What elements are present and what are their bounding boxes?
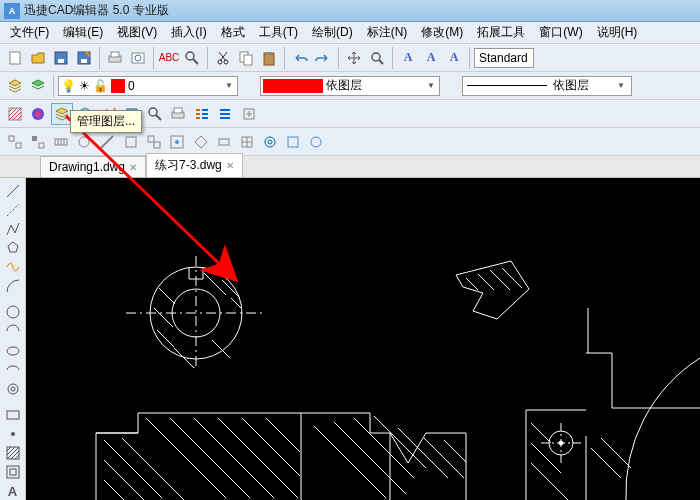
tool-icon-8[interactable] (166, 131, 188, 153)
hatch-draw-icon[interactable] (3, 445, 23, 462)
tool-icon-9[interactable] (190, 131, 212, 153)
print-icon[interactable] (167, 103, 189, 125)
copy-icon[interactable] (235, 47, 257, 69)
lineweight-combo[interactable]: 依图层 ▼ (462, 76, 632, 96)
lock-icon: 🔓 (93, 79, 108, 93)
line-icon[interactable] (3, 182, 23, 199)
tool-icon-1[interactable] (4, 131, 26, 153)
tool-icon-4[interactable] (73, 131, 95, 153)
tool-icon-14[interactable] (305, 131, 327, 153)
redo-icon[interactable] (312, 47, 334, 69)
tool-icon-13[interactable] (282, 131, 304, 153)
tool-icon-11[interactable] (236, 131, 258, 153)
paste-icon[interactable] (258, 47, 280, 69)
svg-point-40 (268, 140, 272, 144)
svg-rect-14 (244, 55, 252, 65)
open-icon[interactable] (27, 47, 49, 69)
tab-drawing1[interactable]: Drawing1.dwg ✕ (40, 156, 146, 177)
tool-icon-10[interactable] (213, 131, 235, 153)
saveas-icon[interactable] (73, 47, 95, 69)
save-icon[interactable] (50, 47, 72, 69)
layer-states-icon[interactable] (27, 75, 49, 97)
menu-dimension[interactable]: 标注(N) (361, 22, 414, 43)
svg-point-17 (372, 53, 380, 61)
close-icon[interactable]: ✕ (129, 162, 137, 173)
svg-rect-38 (219, 139, 229, 145)
block-insert-icon[interactable] (238, 103, 260, 125)
menu-tools[interactable]: 工具(T) (253, 22, 304, 43)
text-icon[interactable]: A (3, 483, 23, 500)
tab-exercise[interactable]: 练习7-3.dwg ✕ (146, 153, 243, 177)
region-icon[interactable] (3, 464, 23, 481)
rectangle-icon[interactable] (3, 406, 23, 423)
point-icon[interactable] (3, 426, 23, 443)
ray-icon[interactable] (3, 201, 23, 218)
svg-rect-4 (81, 59, 87, 63)
svg-rect-33 (126, 137, 136, 147)
standard-toolbar: ABC A A A Standard (0, 44, 700, 72)
ellipse-arc-icon[interactable] (3, 361, 23, 378)
menu-insert[interactable]: 插入(I) (165, 22, 212, 43)
preview-icon[interactable] (127, 47, 149, 69)
tool-icon-3[interactable] (50, 131, 72, 153)
svg-point-48 (11, 387, 15, 391)
spline-icon[interactable] (3, 258, 23, 275)
layer-props-icon[interactable] (4, 75, 26, 97)
drawing-canvas[interactable] (26, 178, 700, 500)
lineweight-preview (467, 85, 547, 86)
new-icon[interactable] (4, 47, 26, 69)
text-a3-icon[interactable]: A (443, 47, 465, 69)
menu-view[interactable]: 视图(V) (111, 22, 163, 43)
tool-icon-5[interactable] (96, 131, 118, 153)
tool-icon-12[interactable] (259, 131, 281, 153)
linetype-combo[interactable]: 依图层 ▼ (260, 76, 440, 96)
menu-edit[interactable]: 编辑(E) (57, 22, 109, 43)
svg-point-50 (11, 432, 15, 436)
menu-window[interactable]: 窗口(W) (533, 22, 588, 43)
polyline-icon[interactable] (3, 220, 23, 237)
undo-icon[interactable] (289, 47, 311, 69)
menu-help[interactable]: 说明(H) (591, 22, 644, 43)
menu-file[interactable]: 文件(F) (4, 22, 55, 43)
spell-icon[interactable]: ABC (158, 47, 180, 69)
hatch-icon[interactable] (4, 103, 26, 125)
find-replace-icon[interactable] (144, 103, 166, 125)
svg-rect-2 (58, 59, 64, 63)
tool-icon-2[interactable] (27, 131, 49, 153)
svg-line-23 (156, 115, 161, 120)
zoom-icon[interactable] (366, 47, 388, 69)
workspace: A (0, 178, 700, 500)
svg-point-37 (175, 140, 179, 144)
gradient-icon[interactable] (27, 103, 49, 125)
menu-bar: 文件(F) 编辑(E) 视图(V) 插入(I) 格式 工具(T) 绘制(D) 标… (0, 22, 700, 44)
arc2-icon[interactable] (3, 323, 23, 340)
menu-format[interactable]: 格式 (215, 22, 251, 43)
donut-icon[interactable] (3, 380, 23, 397)
layer-combo[interactable]: 💡 ☀ 🔓 0 ▼ (58, 76, 238, 96)
text-a2-icon[interactable]: A (420, 47, 442, 69)
tool-icon-6[interactable] (120, 131, 142, 153)
text-a1-icon[interactable]: A (397, 47, 419, 69)
arc-icon[interactable] (3, 278, 23, 295)
menu-draw[interactable]: 绘制(D) (306, 22, 359, 43)
menu-extend[interactable]: 拓展工具 (471, 22, 531, 43)
draw-toolbar: A (0, 178, 26, 500)
pan-icon[interactable] (343, 47, 365, 69)
menu-modify[interactable]: 修改(M) (415, 22, 469, 43)
find-icon[interactable] (181, 47, 203, 69)
layer-name: 0 (128, 79, 135, 93)
circle-icon[interactable] (3, 304, 23, 321)
svg-point-22 (149, 108, 157, 116)
svg-rect-27 (9, 136, 14, 141)
plot-icon[interactable] (104, 47, 126, 69)
tool-icon-7[interactable] (143, 131, 165, 153)
cut-icon[interactable] (212, 47, 234, 69)
textstyle-combo[interactable]: Standard (474, 48, 534, 68)
title-bar: A 迅捷CAD编辑器 5.0 专业版 (0, 0, 700, 22)
close-icon[interactable]: ✕ (226, 160, 234, 171)
svg-line-10 (193, 59, 198, 64)
layers-list-icon[interactable] (214, 103, 236, 125)
layers-filter-icon[interactable] (191, 103, 213, 125)
ellipse-icon[interactable] (3, 342, 23, 359)
polygon-icon[interactable] (3, 239, 23, 256)
